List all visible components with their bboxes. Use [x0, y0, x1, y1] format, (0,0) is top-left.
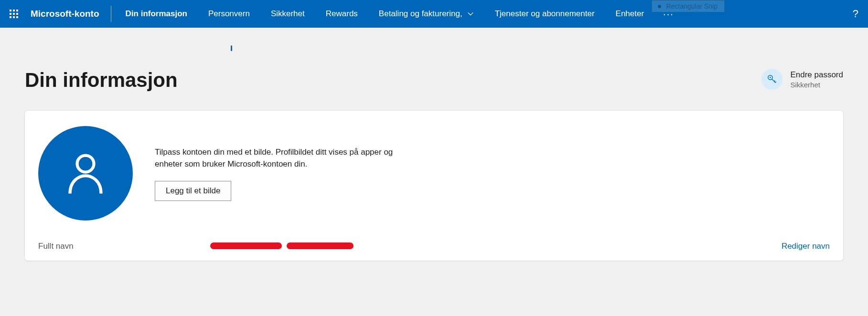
nav-item-privacy[interactable]: Personvern [198, 0, 260, 28]
quick-action-text: Endre passord Sikkerhet [790, 70, 843, 89]
top-navbar: Microsoft-konto Din informasjon Personve… [0, 0, 868, 28]
main-content: Din informasjon Endre passord Sikkerhet [0, 69, 868, 261]
nav-item-services-subscriptions[interactable]: Tjenester og abonnementer [484, 0, 605, 28]
redacted-text [287, 242, 354, 249]
quick-action-change-password[interactable]: Endre passord Sikkerhet [761, 69, 843, 90]
nav-divider [111, 6, 111, 22]
chevron-down-icon [467, 11, 474, 17]
profile-row: Tilpass kontoen din med et bilde. Profil… [38, 126, 830, 240]
help-button[interactable]: ? [853, 0, 858, 28]
nav-item-security[interactable]: Sikkerhet [260, 0, 315, 28]
help-icon: ? [853, 8, 858, 20]
quick-action-title: Endre passord [790, 70, 843, 80]
redacted-text [210, 242, 282, 249]
add-photo-button[interactable]: Legg til et bilde [155, 181, 231, 201]
app-launcher-button[interactable] [0, 0, 28, 28]
nav-tabs: Din informasjon Personvern Sikkerhet Rew… [115, 0, 683, 28]
quick-action-subtitle: Sikkerhet [790, 81, 843, 89]
snip-label: Rectangular Snip [666, 2, 718, 10]
full-name-label: Fullt navn [38, 242, 201, 251]
caret-indicator [231, 45, 232, 51]
person-icon [66, 152, 105, 195]
brand-label[interactable]: Microsoft-konto [28, 9, 109, 19]
full-name-value [201, 241, 782, 252]
nav-item-payment-billing[interactable]: Betaling og fakturering, [368, 0, 484, 28]
nav-item-rewards[interactable]: Rewards [315, 0, 368, 28]
avatar [38, 126, 133, 221]
nav-item-your-info[interactable]: Din informasjon [115, 0, 198, 28]
profile-description: Tilpass kontoen din med et bilde. Profil… [155, 146, 422, 170]
key-icon [761, 69, 782, 90]
svg-point-2 [77, 156, 94, 172]
waffle-icon [10, 10, 18, 18]
full-name-row: Fullt navn Rediger navn [38, 240, 830, 252]
edit-name-link[interactable]: Rediger navn [782, 242, 830, 251]
page-title: Din informasjon [25, 69, 178, 92]
profile-card: Tilpass kontoen din med et bilde. Profil… [25, 111, 843, 261]
page-header: Din informasjon Endre passord Sikkerhet [25, 69, 843, 92]
nav-item-devices[interactable]: Enheter [605, 0, 655, 28]
svg-point-1 [770, 77, 771, 78]
snip-tool-overlay: Rectangular Snip [652, 0, 725, 12]
profile-text: Tilpass kontoen din med et bilde. Profil… [155, 146, 422, 201]
